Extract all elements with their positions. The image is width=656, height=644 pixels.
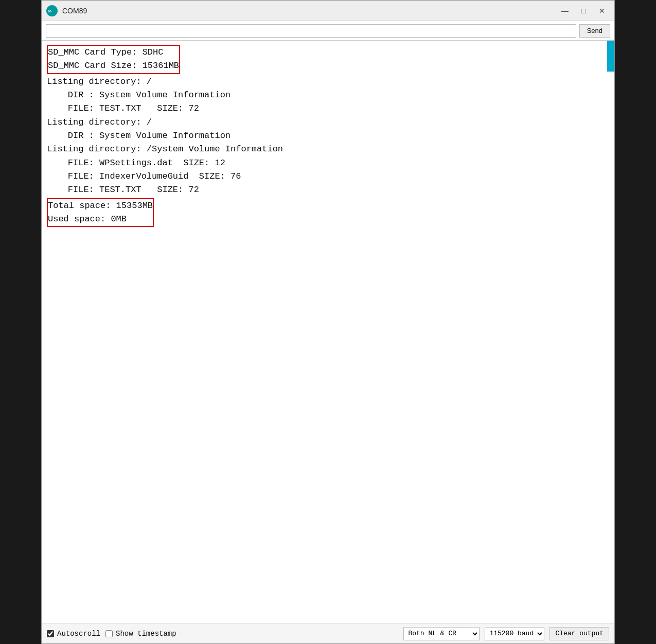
- clear-output-button[interactable]: Clear output: [549, 627, 609, 640]
- autoscroll-label: Autoscroll: [57, 630, 100, 638]
- send-toolbar: Send: [42, 21, 614, 41]
- serial-line-2: SD_MMC Card Size: 15361MB: [48, 59, 179, 73]
- serial-line-13: Used space: 0MB: [48, 213, 153, 226]
- serial-line-5: FILE: TEST.TXT SIZE: 72: [47, 102, 609, 115]
- autoscroll-checkbox[interactable]: [47, 630, 54, 637]
- show-timestamp-checkbox[interactable]: [105, 630, 113, 637]
- serial-line-1: SD_MMC Card Type: SDHC: [48, 46, 179, 59]
- close-button[interactable]: ✕: [594, 4, 610, 18]
- autoscroll-group: Autoscroll: [47, 630, 100, 638]
- send-button[interactable]: Send: [579, 24, 610, 38]
- status-bar: Autoscroll Show timestamp Both NL & CR N…: [42, 623, 614, 643]
- minimize-button[interactable]: —: [557, 4, 573, 18]
- svg-text:∞: ∞: [48, 8, 51, 14]
- serial-line-8: Listing directory: /System Volume Inform…: [47, 143, 609, 156]
- serial-line-6: Listing directory: /: [47, 116, 609, 129]
- serial-line-7: DIR : System Volume Information: [47, 129, 609, 143]
- arduino-logo: ∞: [46, 5, 58, 17]
- scrollbar-indicator[interactable]: [607, 41, 614, 72]
- serial-line-12: Total space: 15353MB: [48, 199, 153, 213]
- show-timestamp-label: Show timestamp: [116, 630, 176, 638]
- serial-line-3: Listing directory: /: [47, 75, 609, 89]
- highlight-group-a: SD_MMC Card Type: SDHC SD_MMC Card Size:…: [47, 45, 180, 74]
- window-controls: — □ ✕: [557, 4, 610, 18]
- serial-line-9: FILE: WPSettings.dat SIZE: 12: [47, 156, 609, 170]
- baud-rate-select[interactable]: 115200 baud 300 9600 57600 230400: [485, 627, 544, 640]
- show-timestamp-group: Show timestamp: [105, 630, 176, 638]
- line-ending-select[interactable]: Both NL & CR No line ending Newline Carr…: [403, 627, 480, 640]
- window-title: COM89: [62, 7, 557, 15]
- serial-output-area: SD_MMC Card Type: SDHC SD_MMC Card Size:…: [42, 41, 614, 623]
- title-bar: ∞ COM89 — □ ✕: [42, 1, 614, 21]
- highlight-group-b: Total space: 15353MB Used space: 0MB: [47, 198, 154, 228]
- maximize-button[interactable]: □: [575, 4, 592, 18]
- send-input[interactable]: [46, 24, 576, 38]
- serial-line-4: DIR : System Volume Information: [47, 89, 609, 102]
- main-window: ∞ COM89 — □ ✕ Send SD_MMC Card Type: SDH…: [41, 0, 615, 644]
- serial-line-11: FILE: TEST.TXT SIZE: 72: [47, 183, 609, 197]
- serial-line-10: FILE: IndexerVolumeGuid SIZE: 76: [47, 170, 609, 183]
